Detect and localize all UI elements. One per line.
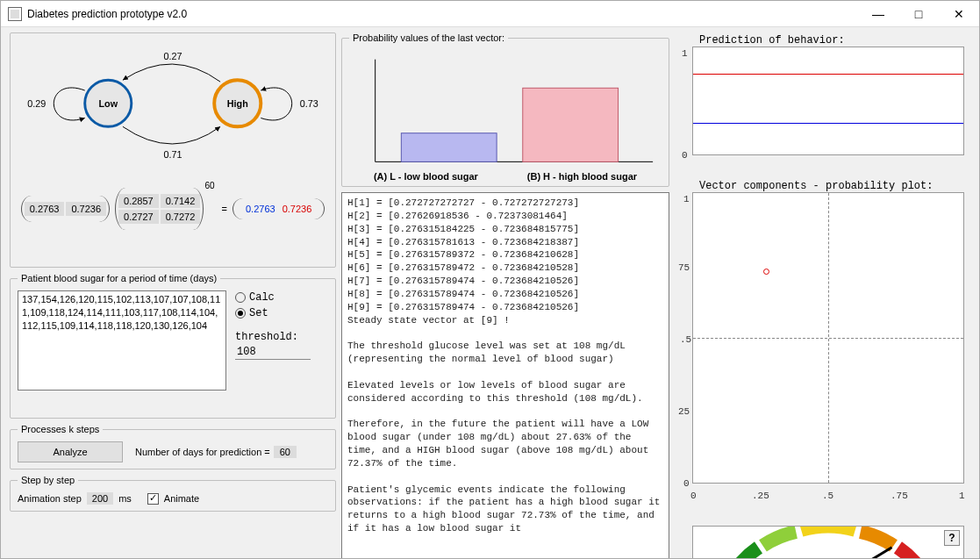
analyze-button[interactable]: Analyze — [18, 441, 123, 462]
probability-bar-chart — [349, 50, 662, 173]
window-title: Diabetes prediction prototype v2.0 — [27, 8, 858, 20]
threshold-input[interactable] — [235, 345, 311, 360]
anim-step-unit: ms — [118, 493, 132, 504]
vector-plot — [692, 192, 964, 484]
svg-text:0.71: 0.71 — [163, 149, 182, 160]
svg-text:0.29: 0.29 — [27, 98, 46, 109]
bar-low — [401, 133, 497, 162]
vec-l1: 0.7236 — [66, 202, 106, 216]
processes-panel: Processes k steps Analyze Number of days… — [10, 424, 336, 469]
gauge-svg — [693, 527, 963, 558]
output-log[interactable]: H[1] = [0.272727272727 - 0.727272727273]… — [341, 192, 669, 558]
result-low: 0.2763 — [246, 204, 275, 214]
svg-text:Low: Low — [98, 98, 118, 109]
close-button[interactable]: ✕ — [939, 1, 979, 27]
vector-plot-panel: Vector components - probability plot: 1 … — [675, 178, 964, 520]
gauge-needle — [828, 548, 892, 558]
radio-calc[interactable]: Calc — [235, 290, 314, 305]
high-node: High — [214, 80, 261, 126]
behavior-red-line — [693, 74, 963, 75]
markov-diagram-panel: Low High 0.27 0.71 0.29 0.73 0.2763 0. — [10, 32, 336, 268]
anim-step-value[interactable]: 200 — [87, 492, 113, 505]
threshold-label: threshold: — [235, 331, 314, 343]
animate-checkbox[interactable] — [147, 493, 159, 505]
result-high: 0.7236 — [283, 204, 312, 214]
vec-l0: 0.2763 — [25, 202, 65, 216]
numdays-label: Number of days for prediction = — [135, 447, 270, 457]
blood-sugar-series-input[interactable] — [18, 290, 226, 391]
exponent: 60 — [204, 181, 214, 190]
behavior-plot — [692, 47, 964, 155]
anim-step-label: Animation step — [18, 493, 82, 504]
low-node: Low — [85, 80, 132, 126]
radio-set-dot — [235, 308, 246, 319]
blood-sugar-panel: Patient blood sugar for a period of time… — [10, 273, 336, 419]
behavior-title: Prediction of behavior: — [699, 34, 964, 47]
bar-high — [523, 88, 619, 161]
blood-sugar-legend: Patient blood sugar for a period of time… — [18, 273, 220, 283]
behavior-blue-line — [693, 123, 963, 124]
probability-chart-panel: Probability values of the last vector: (… — [341, 32, 669, 187]
numdays-value[interactable]: 60 — [274, 446, 297, 458]
animate-label: Animate — [164, 493, 199, 504]
radio-set[interactable]: Set — [235, 306, 314, 320]
svg-text:0.73: 0.73 — [300, 98, 318, 109]
maximize-button[interactable]: □ — [898, 1, 939, 27]
app-icon — [8, 7, 22, 21]
radio-calc-dot — [235, 292, 246, 303]
step-by-step-panel: Step by step Animation step 200 ms Anima… — [10, 475, 336, 512]
vector-point — [763, 269, 769, 275]
svg-text:0.27: 0.27 — [163, 51, 182, 61]
title-bar: Diabetes prediction prototype v2.0 ― □ ✕ — [1, 1, 979, 27]
gauge-panel: ? — [692, 526, 964, 558]
svg-text:High: High — [227, 98, 248, 109]
gauge-help-button[interactable]: ? — [944, 530, 960, 546]
vector-plot-title: Vector components - probability plot: — [699, 180, 964, 192]
behavior-plot-panel: Prediction of behavior: 1 0 — [675, 32, 964, 173]
minimize-button[interactable]: ― — [858, 1, 898, 27]
